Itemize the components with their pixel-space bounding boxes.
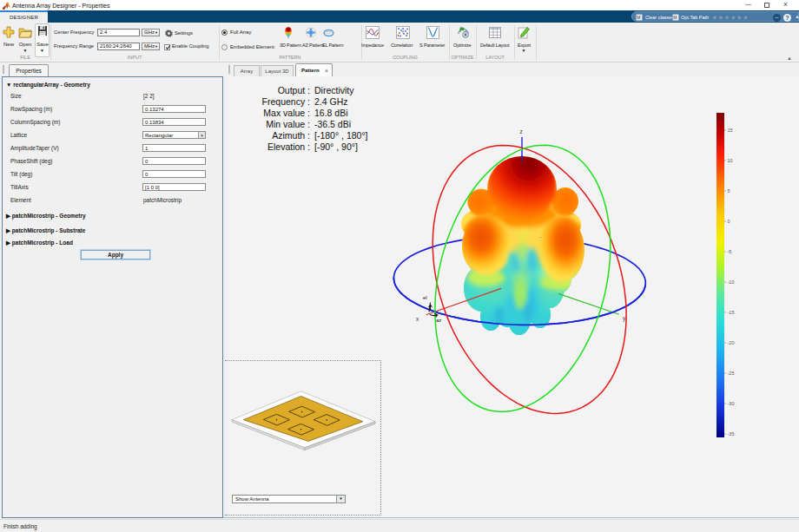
svg-text:z: z [520,128,523,135]
svg-text:-25: -25 [728,371,735,376]
svg-text:M: M [637,15,640,20]
svg-text:M: M [673,15,677,20]
svg-text:el: el [423,295,427,300]
svg-text:-20: -20 [728,340,735,345]
svg-text:-30: -30 [728,401,735,406]
svg-text:-10: -10 [728,279,735,285]
svg-text:0: 0 [728,219,730,224]
svg-text:15: 15 [728,128,733,133]
svg-text:10: 10 [728,158,733,163]
svg-text:5: 5 [728,188,730,194]
svg-text:-5: -5 [728,249,732,254]
svg-text:x: x [416,316,419,322]
svg-text:-35: -35 [728,431,735,437]
svg-text:-15: -15 [728,310,735,315]
svg-text:az: az [436,318,441,323]
